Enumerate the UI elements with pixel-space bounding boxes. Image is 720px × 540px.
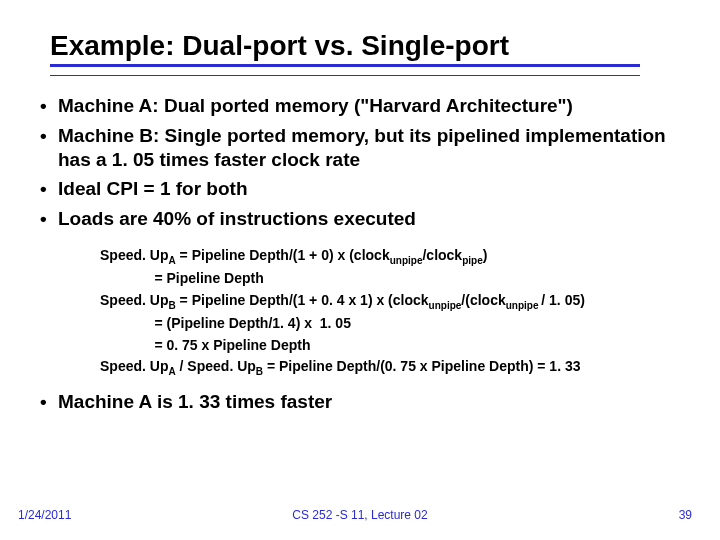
eq-text: = Pipeline Depth/(1 + 0) x (clock (176, 247, 390, 263)
eq-text: /clock (422, 247, 462, 263)
bullet-item: Machine B: Single ported memory, but its… (40, 124, 680, 172)
equation-line: = Pipeline Depth (100, 268, 680, 290)
eq-text: /(clock (461, 292, 505, 308)
title-rule-thin (50, 75, 640, 76)
bullet-item: Loads are 40% of instructions executed (40, 207, 680, 231)
eq-sub: pipe (462, 255, 483, 266)
eq-text: / Speed. Up (176, 358, 256, 374)
equations-block: Speed. UpA = Pipeline Depth/(1 + 0) x (c… (100, 245, 680, 380)
footer-course: CS 252 -S 11, Lecture 02 (0, 508, 720, 522)
slide-title: Example: Dual-port vs. Single-port (40, 30, 680, 62)
equation-line: Speed. UpA = Pipeline Depth/(1 + 0) x (c… (100, 245, 680, 268)
eq-sub: B (168, 300, 175, 311)
eq-text: = Pipeline Depth/(0. 75 x Pipeline Depth… (263, 358, 580, 374)
bullet-item: Machine A is 1. 33 times faster (40, 390, 680, 414)
equation-line: = 0. 75 x Pipeline Depth (100, 335, 680, 357)
eq-text: ) (483, 247, 488, 263)
equation-line: Speed. UpB = Pipeline Depth/(1 + 0. 4 x … (100, 290, 680, 313)
bullet-list: Machine A is 1. 33 times faster (40, 390, 680, 414)
eq-sub: unpipe (506, 300, 542, 311)
bullet-item: Ideal CPI = 1 for both (40, 177, 680, 201)
eq-sub: A (168, 255, 175, 266)
title-rule-thick (50, 64, 640, 67)
eq-sub: A (168, 366, 175, 377)
equation-line: Speed. UpA / Speed. UpB = Pipeline Depth… (100, 356, 680, 379)
eq-text: Speed. Up (100, 358, 168, 374)
eq-text: Speed. Up (100, 292, 168, 308)
eq-text: = Pipeline Depth/(1 + 0. 4 x 1) x (clock (176, 292, 429, 308)
eq-text: / 1. 05) (541, 292, 585, 308)
bullet-item: Machine A: Dual ported memory ("Harvard … (40, 94, 680, 118)
eq-text: Speed. Up (100, 247, 168, 263)
eq-sub: unpipe (390, 255, 423, 266)
eq-sub: B (256, 366, 263, 377)
footer-page: 39 (679, 508, 692, 522)
equation-line: = (Pipeline Depth/1. 4) x 1. 05 (100, 313, 680, 335)
eq-sub: unpipe (429, 300, 462, 311)
slide: Example: Dual-port vs. Single-port Machi… (0, 0, 720, 540)
bullet-list: Machine A: Dual ported memory ("Harvard … (40, 94, 680, 231)
